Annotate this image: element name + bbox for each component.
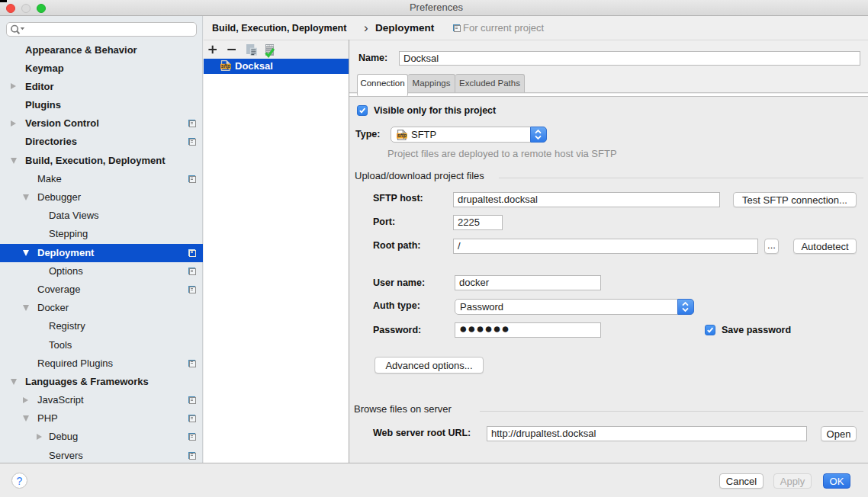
svg-text:sftp: sftp <box>397 133 407 139</box>
svg-text:sftp: sftp <box>221 63 230 69</box>
